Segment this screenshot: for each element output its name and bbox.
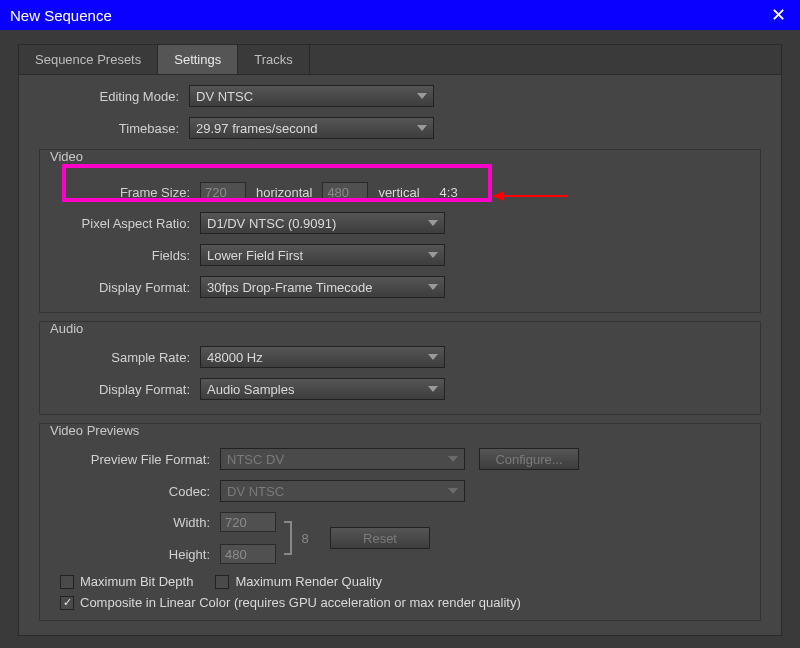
audio-disp-value: Audio Samples xyxy=(207,382,294,397)
preview-file-format-label: Preview File Format: xyxy=(50,452,220,467)
checkbox-checked-icon: ✓ xyxy=(60,596,74,610)
close-icon[interactable]: ✕ xyxy=(766,4,790,26)
checkbox-row-2: ✓ Composite in Linear Color (requires GP… xyxy=(50,595,750,610)
chevron-down-icon xyxy=(428,252,438,258)
chevron-down-icon xyxy=(417,125,427,131)
max-render-quality-label: Maximum Render Quality xyxy=(235,574,382,589)
dialog-panel: Sequence Presets Settings Tracks Editing… xyxy=(18,44,782,636)
fields-select[interactable]: Lower Field First xyxy=(200,244,445,266)
aspect-ratio-text: 4:3 xyxy=(440,185,458,200)
audio-legend: Audio xyxy=(50,321,83,336)
reset-button: Reset xyxy=(330,527,430,549)
par-row: Pixel Aspect Ratio: D1/DV NTSC (0.9091) xyxy=(50,212,750,234)
video-previews-group: Video Previews Preview File Format: NTSC… xyxy=(39,423,761,621)
timebase-select[interactable]: 29.97 frames/second xyxy=(189,117,434,139)
sample-rate-value: 48000 Hz xyxy=(207,350,263,365)
fields-label: Fields: xyxy=(50,248,200,263)
video-legend: Video xyxy=(50,149,83,164)
audio-disp-select[interactable]: Audio Samples xyxy=(200,378,445,400)
preview-file-format-row: Preview File Format: NTSC DV Configure..… xyxy=(50,448,750,470)
width-height-block: Width: 720 Height: 480 8 Reset xyxy=(50,512,750,564)
codec-label: Codec: xyxy=(50,484,220,499)
max-bit-depth-checkbox[interactable]: Maximum Bit Depth xyxy=(60,574,193,589)
max-render-quality-checkbox[interactable]: Maximum Render Quality xyxy=(215,574,382,589)
max-bit-depth-label: Maximum Bit Depth xyxy=(80,574,193,589)
preview-file-format-select: NTSC DV xyxy=(220,448,465,470)
video-group: Video Frame Size: 720 horizontal 480 ver… xyxy=(39,149,761,313)
tab-bar: Sequence Presets Settings Tracks xyxy=(19,45,781,75)
link-icon[interactable]: 8 xyxy=(300,531,310,546)
frame-size-label: Frame Size: xyxy=(50,185,200,200)
composite-linear-checkbox[interactable]: ✓ Composite in Linear Color (requires GP… xyxy=(60,595,521,610)
chevron-down-icon xyxy=(428,386,438,392)
video-display-format-row: Display Format: 30fps Drop-Frame Timecod… xyxy=(50,276,750,298)
codec-row: Codec: DV NTSC xyxy=(50,480,750,502)
checkbox-icon xyxy=(60,575,74,589)
audio-disp-label: Display Format: xyxy=(50,382,200,397)
chevron-down-icon xyxy=(448,456,458,462)
codec-value: DV NTSC xyxy=(227,484,284,499)
chevron-down-icon xyxy=(428,354,438,360)
video-previews-legend: Video Previews xyxy=(50,423,139,438)
audio-group: Audio Sample Rate: 48000 Hz Display Form… xyxy=(39,321,761,415)
sample-rate-row: Sample Rate: 48000 Hz xyxy=(50,346,750,368)
chevron-down-icon xyxy=(417,93,427,99)
frame-width-input[interactable]: 720 xyxy=(200,182,246,202)
editing-mode-select[interactable]: DV NTSC xyxy=(189,85,434,107)
preview-width-label: Width: xyxy=(50,515,220,530)
frame-height-input[interactable]: 480 xyxy=(322,182,368,202)
editing-mode-value: DV NTSC xyxy=(196,89,253,104)
settings-body: Editing Mode: DV NTSC Timebase: 29.97 fr… xyxy=(19,75,781,635)
timebase-value: 29.97 frames/second xyxy=(196,121,317,136)
checkbox-icon xyxy=(215,575,229,589)
video-disp-value: 30fps Drop-Frame Timecode xyxy=(207,280,372,295)
timebase-row: Timebase: 29.97 frames/second xyxy=(39,117,761,139)
horizontal-label: horizontal xyxy=(256,185,312,200)
bracket-icon xyxy=(284,521,292,555)
audio-display-format-row: Display Format: Audio Samples xyxy=(50,378,750,400)
preview-file-format-value: NTSC DV xyxy=(227,452,284,467)
par-label: Pixel Aspect Ratio: xyxy=(50,216,200,231)
preview-height-label: Height: xyxy=(50,547,220,562)
editing-mode-label: Editing Mode: xyxy=(39,89,189,104)
tab-settings[interactable]: Settings xyxy=(158,45,238,74)
tab-sequence-presets[interactable]: Sequence Presets xyxy=(19,45,158,74)
composite-linear-label: Composite in Linear Color (requires GPU … xyxy=(80,595,521,610)
frame-size-row: Frame Size: 720 horizontal 480 vertical … xyxy=(50,182,750,202)
video-disp-label: Display Format: xyxy=(50,280,200,295)
chevron-down-icon xyxy=(448,488,458,494)
configure-button: Configure... xyxy=(479,448,579,470)
fields-value: Lower Field First xyxy=(207,248,303,263)
preview-height-input: 480 xyxy=(220,544,276,564)
codec-select: DV NTSC xyxy=(220,480,465,502)
chevron-down-icon xyxy=(428,284,438,290)
fields-row: Fields: Lower Field First xyxy=(50,244,750,266)
checkbox-row-1: Maximum Bit Depth Maximum Render Quality xyxy=(50,574,750,589)
video-disp-select[interactable]: 30fps Drop-Frame Timecode xyxy=(200,276,445,298)
sample-rate-label: Sample Rate: xyxy=(50,350,200,365)
vertical-label: vertical xyxy=(378,185,419,200)
window-title: New Sequence xyxy=(10,7,112,24)
timebase-label: Timebase: xyxy=(39,121,189,136)
par-select[interactable]: D1/DV NTSC (0.9091) xyxy=(200,212,445,234)
editing-mode-row: Editing Mode: DV NTSC xyxy=(39,85,761,107)
preview-width-input: 720 xyxy=(220,512,276,532)
titlebar: New Sequence ✕ xyxy=(0,0,800,30)
chevron-down-icon xyxy=(428,220,438,226)
tab-tracks[interactable]: Tracks xyxy=(238,45,310,74)
par-value: D1/DV NTSC (0.9091) xyxy=(207,216,336,231)
sample-rate-select[interactable]: 48000 Hz xyxy=(200,346,445,368)
